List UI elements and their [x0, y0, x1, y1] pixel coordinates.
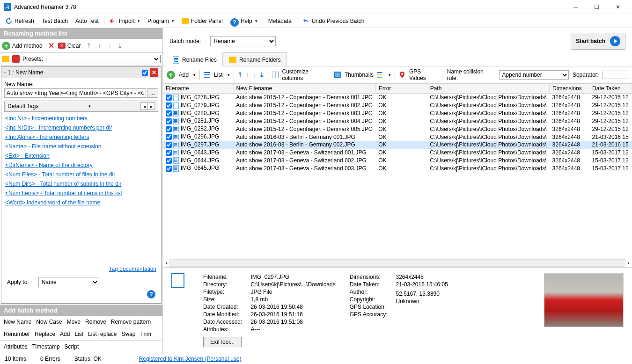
batch-method-new-name[interactable]: New Name [4, 319, 31, 325]
row-checkbox[interactable] [166, 158, 172, 164]
undo-button[interactable]: Undo Previous Batch [299, 15, 368, 27]
sort-down-icon[interactable]: ↓ [253, 72, 256, 78]
add-method-label[interactable]: Add method [12, 43, 43, 49]
refresh-button[interactable]: Refresh [2, 15, 37, 27]
save-preset-icon[interactable] [12, 55, 20, 63]
batch-method-remove[interactable]: Remove [85, 319, 106, 325]
row-checkbox[interactable] [166, 150, 172, 156]
batch-method-add[interactable]: Add [60, 331, 70, 337]
start-batch-button[interactable]: Start batch [571, 33, 625, 50]
tag-link[interactable]: <DirName> - Name of the directory [4, 160, 158, 170]
program-button[interactable]: Program▾ [144, 15, 177, 27]
row-checkbox[interactable] [166, 134, 172, 140]
registration-link[interactable]: Registered to Kim Jensen (Personal use) [139, 356, 242, 362]
help-button[interactable]: ?Help▾ [227, 15, 261, 27]
sort-top-icon[interactable]: ⤒ [238, 72, 243, 78]
batch-method-replace[interactable]: Replace [35, 331, 55, 337]
move-up-button[interactable]: ↑ [95, 41, 104, 51]
col-dimensions[interactable]: Dimensions [550, 84, 589, 94]
tag-next-button[interactable]: ▸ [147, 102, 155, 110]
table-row[interactable]: IMG_0279.JPGAuto show 2015-12 - Copenhag… [163, 102, 632, 109]
import-button[interactable]: Import▾ [106, 15, 143, 27]
tag-link[interactable]: <Num Files> - Total number of files in t… [4, 170, 158, 179]
collision-select[interactable]: Append number [499, 70, 569, 80]
tab-rename-folders[interactable]: Rename Folders [223, 52, 287, 66]
metadata-button[interactable]: Metadata [265, 15, 295, 27]
row-checkbox[interactable] [166, 110, 172, 116]
auto-test-button[interactable]: Auto Test [72, 15, 102, 27]
apply-to-select[interactable]: Name [38, 277, 99, 287]
batch-method-trim[interactable]: Trim [140, 331, 152, 337]
row-checkbox[interactable] [166, 118, 172, 124]
row-checkbox[interactable] [166, 142, 172, 148]
table-row[interactable]: IMG_0645.JPGAuto show 2017-03 - Geneva -… [163, 164, 632, 172]
col-path[interactable]: Path [427, 84, 549, 94]
method-title-bar[interactable]: - 1 : New Name ✕ [1, 67, 161, 78]
table-row[interactable]: IMG_0278.JPGAuto show 2015-12 - Copenhag… [163, 94, 632, 102]
tag-link[interactable]: <Word> Indexed word of the file name [4, 198, 158, 207]
tab-rename-files[interactable]: Rename Files [167, 52, 223, 66]
list-label[interactable]: List [214, 72, 223, 78]
open-preset-icon[interactable] [2, 56, 9, 62]
batch-method-new-case[interactable]: New Case [36, 319, 62, 325]
add-label[interactable]: Add [179, 72, 189, 78]
gps-values-button[interactable]: GPS Values [409, 68, 439, 81]
batch-method-remove-pattern[interactable]: Remove pattern [111, 319, 151, 325]
row-checkbox[interactable] [166, 95, 172, 101]
sort-up-icon[interactable]: ↑ [246, 72, 249, 78]
tag-link[interactable]: <Name> - File name without extension [4, 142, 158, 151]
table-row[interactable]: IMG_0643.JPGAuto show 2017-03 - Geneva -… [163, 149, 632, 157]
batch-method-renumber[interactable]: Renumber [4, 331, 30, 337]
minimize-button[interactable]: ─ [565, 0, 586, 14]
tag-documentation-link[interactable]: Tag documentation [109, 266, 156, 272]
batch-method-script[interactable]: Script [65, 343, 79, 350]
add-files-icon[interactable]: + [167, 71, 175, 79]
row-checkbox[interactable] [166, 126, 172, 132]
close-button[interactable]: ✕ [607, 0, 628, 14]
presets-select[interactable] [46, 55, 161, 63]
row-checkbox[interactable] [166, 102, 172, 109]
batch-mode-select[interactable]: Rename [210, 36, 276, 46]
batch-method-list[interactable]: List [74, 331, 83, 337]
batch-method-swap[interactable]: Swap [121, 331, 135, 337]
batch-method-list-replace[interactable]: List replace [88, 331, 117, 337]
batch-method-attributes[interactable]: Attributes [4, 343, 28, 350]
delete-method-button[interactable]: ✕ [46, 41, 56, 50]
move-top-button[interactable]: ⤒ [84, 41, 94, 51]
tag-prev-button[interactable]: ◂ [140, 102, 148, 110]
row-checkbox[interactable] [166, 166, 172, 172]
horizontal-scrollbar[interactable]: ‹› [163, 259, 632, 267]
clear-icon[interactable]: ✕ [58, 43, 66, 49]
batch-method-move[interactable]: Move [67, 319, 81, 325]
exiftool-button[interactable]: ExifTool... [203, 337, 242, 347]
add-method-icon[interactable]: + [2, 42, 10, 50]
table-row[interactable]: IMG_0281.JPGAuto show 2015-12 - Copenhag… [163, 117, 632, 125]
method-help-icon[interactable]: ? [147, 290, 155, 298]
settings-icon[interactable] [377, 72, 384, 78]
new-name-input[interactable] [4, 88, 146, 98]
tag-link[interactable]: <Num Dirs> - Total number of subdirs in … [4, 179, 158, 189]
table-row[interactable]: IMG_0644.JPGAuto show 2017-03 - Geneva -… [163, 157, 632, 165]
tag-link[interactable]: <Ext> - Extension [4, 151, 158, 160]
ellipsis-button[interactable]: ... [147, 88, 158, 98]
default-tags-dropdown[interactable]: Default Tags ▾ ◂▸ [4, 101, 158, 112]
method-enabled-checkbox[interactable] [142, 70, 148, 76]
col-new-filename[interactable]: New Filename [233, 84, 375, 94]
table-row[interactable]: IMG_0297.JPGAuto show 2016-03 - Berlin -… [163, 141, 632, 149]
col-filename[interactable]: Filename [163, 84, 233, 94]
maximize-button[interactable]: ☐ [586, 0, 607, 14]
col-date-taken[interactable]: Date Taken [589, 84, 632, 94]
move-bottom-button[interactable]: ⤓ [115, 41, 125, 51]
move-down-button[interactable]: ↓ [105, 41, 114, 51]
table-row[interactable]: IMG_0282.JPGAuto show 2015-12 - Copenhag… [163, 125, 632, 133]
remove-method-button[interactable]: ✕ [150, 68, 158, 77]
thumbnails-button[interactable]: Thumbnails [345, 72, 374, 78]
folder-panel-button[interactable]: Folder Panel [178, 15, 226, 27]
table-row[interactable]: IMG_0296.JPGAuto show 2016-03 - Berlin -… [163, 133, 632, 141]
table-row[interactable]: IMG_0280.JPGAuto show 2015-12 - Copenhag… [163, 109, 632, 117]
tag-link[interactable]: <Inc Alpha> - Incrementing letters [4, 132, 158, 142]
test-batch-button[interactable]: Test Batch [38, 15, 71, 27]
tag-link[interactable]: <Inc NrDir> - Incrementing numbers per d… [4, 123, 158, 132]
customize-columns-button[interactable]: Customize columns [282, 68, 331, 81]
tag-link[interactable]: <Inc Nr> - Incrementing numbers [4, 114, 158, 123]
